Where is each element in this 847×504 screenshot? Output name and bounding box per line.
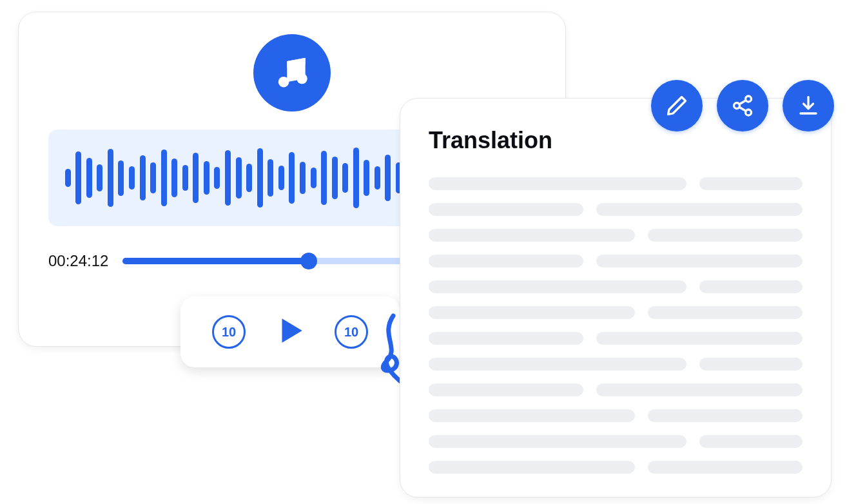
edit-button[interactable] [651, 80, 703, 131]
waveform-bar [118, 160, 124, 196]
waveform-bar [75, 151, 81, 204]
svg-line-5 [739, 101, 746, 104]
download-icon [797, 94, 820, 117]
waveform-bar [214, 167, 220, 189]
playback-controls: 10 10 [180, 296, 400, 367]
waveform-bar [204, 161, 209, 195]
waveform-bar [300, 162, 306, 194]
waveform-bar [278, 166, 284, 190]
waveform-bar [246, 164, 252, 192]
waveform-bar [97, 164, 102, 191]
svg-line-6 [739, 107, 746, 111]
waveform-bar [332, 157, 338, 199]
waveform-bar [321, 151, 327, 205]
waveform-bar [342, 163, 348, 193]
waveform-bar [108, 149, 113, 207]
translation-actions [651, 80, 834, 131]
pencil-icon [665, 94, 688, 117]
waveform-bar [289, 152, 295, 204]
svg-point-1 [297, 73, 307, 84]
translation-text-placeholder [429, 177, 803, 474]
rewind-10-button[interactable]: 10 [212, 315, 246, 349]
waveform-bar [311, 168, 316, 188]
waveform-bar [150, 162, 156, 193]
progress-fill [122, 258, 308, 264]
play-button[interactable] [274, 315, 306, 349]
current-time-label: 00:24:12 [48, 252, 108, 270]
forward-10-button[interactable]: 10 [335, 315, 368, 349]
waveform-bar [129, 166, 135, 189]
waveform-bar [225, 150, 231, 206]
waveform-bar [193, 153, 199, 203]
share-button[interactable] [717, 80, 768, 131]
waveform-bar [353, 148, 359, 208]
waveform-bar [257, 148, 263, 208]
download-button[interactable] [783, 80, 834, 131]
waveform-bar [65, 169, 71, 187]
music-icon [253, 34, 331, 111]
waveform-bar [86, 158, 92, 198]
share-icon [731, 94, 754, 117]
waveform-bar [385, 155, 391, 201]
waveform-bar [364, 160, 369, 196]
waveform-bar [140, 155, 146, 200]
waveform-bar [161, 150, 167, 206]
waveform-bar [375, 166, 380, 189]
translation-panel: Translation [400, 98, 832, 498]
waveform-bar [171, 159, 177, 197]
svg-point-0 [278, 77, 289, 88]
waveform-bar [236, 157, 242, 199]
progress-knob[interactable] [300, 253, 317, 269]
waveform-bar [268, 159, 273, 197]
waveform-bar [182, 165, 188, 191]
